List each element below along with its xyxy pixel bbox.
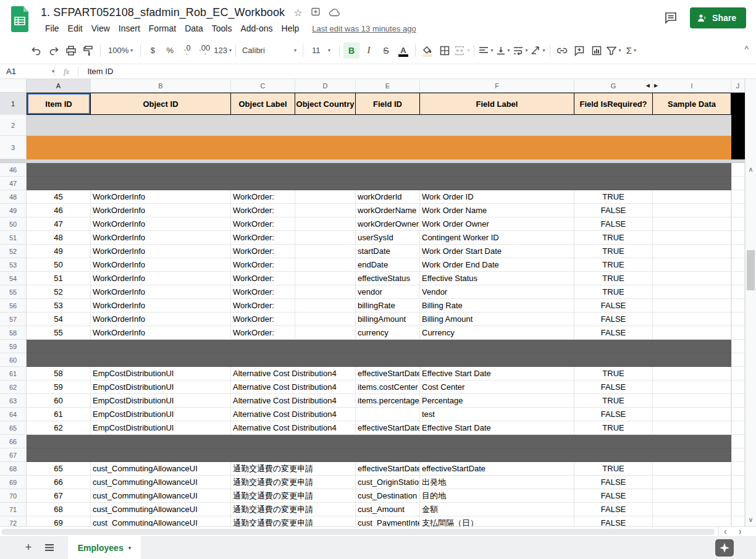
row-67-band[interactable] (27, 448, 731, 462)
cell-B58[interactable]: WorkOrderInfo (91, 326, 231, 340)
cell-I56[interactable] (653, 299, 731, 313)
cell-I70[interactable] (653, 489, 731, 503)
cell-B62[interactable]: EmpCostDistributionUI (91, 380, 231, 394)
cell-A69[interactable]: 66 (27, 476, 91, 489)
row-header-52[interactable]: 52 (0, 245, 27, 258)
cell-D51[interactable] (295, 231, 356, 245)
cell-J70[interactable] (731, 489, 745, 503)
cell-J62[interactable] (731, 380, 745, 394)
row-header-70[interactable]: 70 (0, 489, 27, 503)
cell-C52[interactable]: WorkOrder: (231, 245, 295, 258)
cell-C70[interactable]: 通勤交通費の変更申請 (231, 489, 356, 503)
formula-input[interactable]: Item ID (78, 67, 113, 76)
cell-A71[interactable]: 68 (27, 503, 91, 516)
cell-F63[interactable]: Percentage (420, 394, 574, 408)
cell-F57[interactable]: Billing Amount (420, 313, 574, 326)
share-button[interactable]: Share (690, 7, 746, 28)
menu-insert[interactable]: Insert (114, 22, 145, 35)
cell-A52[interactable]: 49 (27, 245, 91, 258)
cell-J52[interactable] (731, 245, 745, 258)
sheet-tab-employees[interactable]: Employees ▾ (68, 536, 141, 559)
cell-G62[interactable]: FALSE (574, 380, 653, 394)
row-47-band[interactable] (27, 177, 731, 190)
row-header-55[interactable]: 55 (0, 285, 27, 299)
cell-G64[interactable]: FALSE (574, 408, 653, 421)
column-header-C[interactable]: C (231, 79, 295, 93)
cell-A61[interactable]: 58 (27, 367, 91, 380)
strikethrough-button[interactable]: S (378, 43, 394, 59)
cell-J63[interactable] (731, 394, 745, 408)
cell-J46[interactable] (731, 163, 745, 177)
cell-J48[interactable] (731, 190, 745, 204)
cell-D58[interactable] (295, 326, 356, 340)
column-header-I[interactable]: I▶ (653, 79, 731, 93)
cell-J71[interactable] (731, 503, 745, 516)
cell-J50[interactable] (731, 217, 745, 231)
cell-C65[interactable]: Alternative Cost Distribution4 (231, 421, 356, 435)
cell-I64[interactable] (653, 408, 731, 421)
cell-G51[interactable]: TRUE (574, 231, 653, 245)
cell-G50[interactable]: FALSE (574, 217, 653, 231)
cell-D57[interactable] (295, 313, 356, 326)
row-46-band[interactable] (27, 163, 731, 177)
row-header-46[interactable]: 46 (0, 163, 27, 177)
cell-C61[interactable]: Alternative Cost Distribution4 (231, 367, 356, 380)
text-rotation-button[interactable]: ▾ (530, 43, 546, 59)
cell-A57[interactable]: 54 (27, 313, 91, 326)
cell-E48[interactable]: workOrderId (356, 190, 420, 204)
cell-F56[interactable]: Billing Rate (420, 299, 574, 313)
cell-B52[interactable]: WorkOrderInfo (91, 245, 231, 258)
cell-C58[interactable]: WorkOrder: (231, 326, 295, 340)
cell-B50[interactable]: WorkOrderInfo (91, 217, 231, 231)
cell-C54[interactable]: WorkOrder: (231, 272, 295, 285)
text-wrap-button[interactable]: ▾ (513, 43, 529, 59)
cell-B71[interactable]: cust_CommutingAllowanceUI (91, 503, 231, 516)
row-header-56[interactable]: 56 (0, 299, 27, 313)
cell-J60[interactable] (731, 353, 745, 367)
row-header-60[interactable]: 60 (0, 353, 27, 367)
cell-A62[interactable]: 59 (27, 380, 91, 394)
cell-C64[interactable]: Alternative Cost Distribution4 (231, 408, 356, 421)
cell-F68[interactable]: effectiveStartDate (420, 462, 574, 476)
undo-button[interactable] (28, 43, 44, 59)
filter-button[interactable]: ▾ (606, 43, 622, 59)
cell-I58[interactable] (653, 326, 731, 340)
last-edit-link[interactable]: Last edit was 13 minutes ago (312, 24, 416, 33)
cell-F64[interactable]: test (420, 408, 574, 421)
cell-C71[interactable]: 通勤交通費の変更申請 (231, 503, 356, 516)
borders-button[interactable] (437, 43, 453, 59)
cell-J54[interactable] (731, 272, 745, 285)
cell-F51[interactable]: Contingent Worker ID (420, 231, 574, 245)
row-header-2[interactable]: 2 (0, 115, 27, 136)
cell-C53[interactable]: WorkOrder: (231, 258, 295, 272)
cell-B57[interactable]: WorkOrderInfo (91, 313, 231, 326)
cell-D56[interactable] (295, 299, 356, 313)
fill-color-button[interactable] (419, 43, 435, 59)
cell-G55[interactable]: TRUE (574, 285, 653, 299)
cell-J66[interactable] (731, 435, 745, 448)
format-percent-button[interactable]: % (162, 43, 178, 59)
merge-cells-button[interactable]: ▾ (454, 43, 470, 59)
row-header-58[interactable]: 58 (0, 326, 27, 340)
cell-A49[interactable]: 46 (27, 204, 91, 217)
vertical-align-button[interactable]: ▾ (495, 43, 511, 59)
cell-G70[interactable]: FALSE (574, 489, 653, 503)
cell-F50[interactable]: Work Order Owner (420, 217, 574, 231)
print-button[interactable] (63, 43, 79, 59)
cell-F69[interactable]: 出発地 (420, 476, 574, 489)
hidden-column-left-icon[interactable]: ◀ (646, 83, 650, 88)
cell-J67[interactable] (731, 448, 745, 462)
cell-D49[interactable] (295, 204, 356, 217)
cell-B64[interactable]: EmpCostDistributionUI (91, 408, 231, 421)
cell-A63[interactable]: 60 (27, 394, 91, 408)
cell-I61[interactable] (653, 367, 731, 380)
more-formats-button[interactable]: 123▾ (214, 43, 232, 59)
cell-D54[interactable] (295, 272, 356, 285)
cell-I62[interactable] (653, 380, 731, 394)
cell-F49[interactable]: Work Order Name (420, 204, 574, 217)
cell-G54[interactable]: TRUE (574, 272, 653, 285)
cell-E69[interactable]: cust_OriginStation (356, 476, 420, 489)
cell-I49[interactable] (653, 204, 731, 217)
cell-J65[interactable] (731, 421, 745, 435)
cell-J59[interactable] (731, 340, 745, 353)
